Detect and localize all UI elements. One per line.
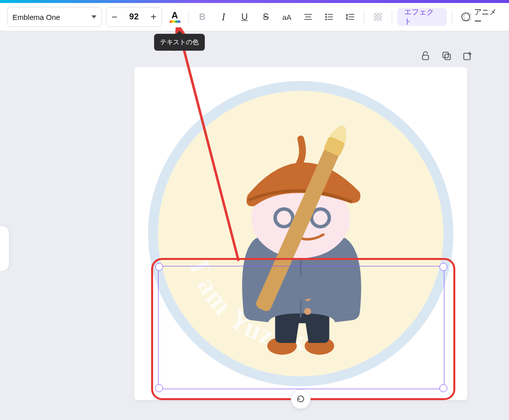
svg-rect-18	[443, 52, 448, 58]
text-toolbar: Emblema One − 92 + A B I U S aA エフェクト	[0, 3, 509, 31]
strikethrough-button[interactable]: S	[257, 8, 274, 26]
text-case-button[interactable]: aA	[278, 8, 296, 26]
svg-point-7	[326, 19, 327, 20]
text-color-letter: A	[171, 11, 178, 19]
bullet-list-button[interactable]	[321, 8, 338, 26]
font-size-stepper: − 92 +	[106, 7, 162, 27]
side-panel-handle[interactable]	[0, 226, 9, 271]
animate-icon	[460, 11, 471, 22]
svg-rect-20	[464, 53, 470, 60]
refresh-icon	[296, 395, 305, 404]
effects-button[interactable]: エフェクト	[397, 8, 447, 26]
chevron-down-icon	[91, 15, 96, 18]
duplicate-page-button[interactable]	[440, 50, 452, 62]
selection-handle-tl[interactable]	[155, 263, 163, 271]
font-family-name: Emblema One	[12, 13, 60, 21]
text-align-icon	[303, 12, 313, 22]
lock-page-button[interactable]	[420, 50, 431, 62]
text-color-tooltip: テキストの色	[154, 34, 205, 51]
svg-point-3	[326, 14, 327, 15]
selection-handle-br[interactable]	[439, 384, 447, 392]
italic-button[interactable]: I	[215, 8, 232, 26]
bullet-list-icon	[324, 12, 334, 22]
text-color-button[interactable]: A	[166, 8, 183, 26]
font-size-value[interactable]: 92	[123, 12, 146, 22]
svg-rect-14	[374, 13, 382, 21]
toolbar-divider	[188, 10, 189, 23]
animate-label: アニメー	[474, 7, 502, 26]
selection-handle-bl[interactable]	[155, 384, 163, 392]
text-selection-frame[interactable]	[158, 266, 444, 389]
line-spacing-button[interactable]	[342, 8, 359, 26]
page-sync-button[interactable]	[291, 389, 311, 409]
font-size-increase-button[interactable]: +	[146, 7, 162, 26]
transparency-button[interactable]	[369, 8, 387, 26]
toolbar-divider	[452, 10, 452, 23]
line-spacing-icon	[345, 12, 355, 22]
svg-point-5	[326, 16, 327, 17]
font-size-decrease-button[interactable]: −	[106, 7, 123, 26]
tooltip-label: テキストの色	[160, 38, 199, 46]
toolbar-divider	[364, 10, 364, 23]
font-family-picker[interactable]: Emblema One	[7, 7, 102, 27]
animate-button[interactable]: アニメー	[457, 8, 502, 26]
underline-button[interactable]: U	[236, 8, 254, 26]
svg-rect-17	[423, 55, 428, 60]
add-page-button[interactable]	[461, 50, 473, 62]
svg-rect-19	[445, 54, 450, 60]
page-actions	[420, 50, 473, 62]
text-align-button[interactable]	[299, 8, 317, 26]
toolbar-divider	[392, 10, 392, 23]
canvas-page[interactable]: I am Yuzuki.	[134, 67, 467, 400]
selection-handle-tr[interactable]	[439, 263, 447, 271]
add-page-icon	[462, 51, 472, 61]
bold-button[interactable]: B	[194, 8, 211, 26]
svg-point-15	[462, 13, 470, 21]
transparency-icon	[373, 12, 383, 22]
duplicate-icon	[441, 51, 451, 61]
text-color-swatch-icon	[170, 20, 180, 23]
unlock-icon	[421, 51, 430, 61]
